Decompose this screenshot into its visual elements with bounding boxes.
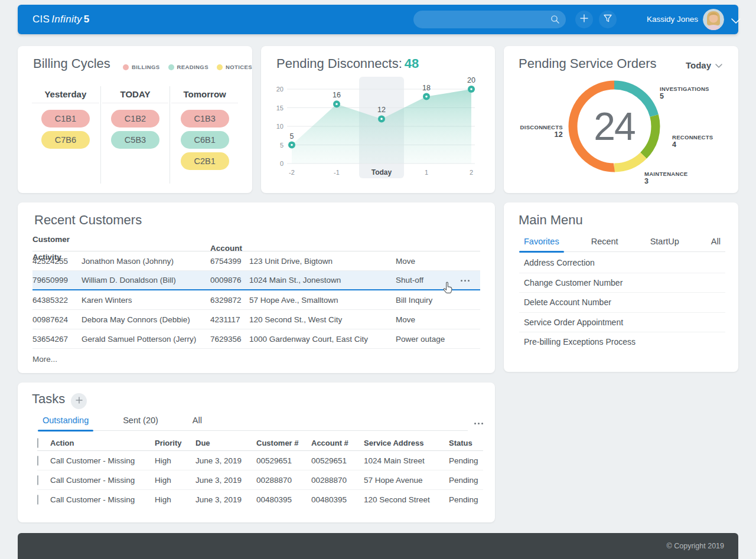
task-action: Call Customer - Missing (50, 495, 155, 504)
menu-tab-startup[interactable]: StartUp (646, 237, 684, 251)
task-customer: 00480395 (256, 495, 311, 504)
recent-customers-table: CustomerAccountActivity42524255Jonathon … (32, 235, 480, 349)
avatar[interactable] (703, 9, 724, 30)
pending-disconnects-title: Pending Disconnects: (276, 56, 402, 71)
more-link[interactable]: More... (32, 355, 57, 364)
task-status: Pending (449, 495, 483, 504)
billing-cycles-title: Billing Cycles (33, 56, 110, 71)
app-logo[interactable]: CISInfinity5 (32, 5, 90, 34)
customer-name: Jonathon Mason (Johnny) (82, 257, 210, 266)
label-disconnects: DISCONNECTS 12 (509, 123, 563, 139)
service-orders-card: Pending Service Orders Today 24 INVESTIG… (504, 46, 738, 193)
cycle-pill-C6B1[interactable]: C6B1 (181, 131, 229, 149)
tasks-table: ActionPriorityDueCustomer #Account #Serv… (37, 436, 483, 509)
customer-row[interactable]: 64385322Karen Winters632987257 Hope Ave.… (32, 290, 480, 310)
task-row[interactable]: Call Customer - MissingHighJune 3, 20190… (37, 490, 483, 509)
cycle-pill-C2B1[interactable]: C2B1 (181, 152, 229, 170)
task-address: 120 Second Street (364, 495, 449, 504)
billing-column: YesterdayC1B1C7B6 (31, 86, 100, 184)
cycle-pill-C7B6[interactable]: C7B6 (41, 131, 90, 149)
menu-item[interactable]: Delete Account Number (519, 293, 725, 313)
menu-item[interactable]: Pre-billing Exceptions Process (519, 332, 725, 352)
customer-activity: Move (396, 257, 480, 266)
tasks-title: Tasks (32, 391, 65, 407)
tasks-card: Tasks OutstandingSent (20)All ActionPrio… (18, 383, 495, 522)
svg-text:Today: Today (372, 168, 392, 176)
customer-row[interactable]: 79650999William D. Donaldson (Bill)00098… (32, 271, 480, 290)
customer-name: William D. Donaldson (Bill) (82, 276, 210, 285)
billing-columns: YesterdayC1B1C7B6TODAYC1B2C5B3TomorrowC1… (31, 86, 239, 184)
task-checkbox[interactable] (37, 475, 38, 485)
menu-tab-all[interactable]: All (706, 237, 725, 251)
task-row[interactable]: Call Customer - MissingHighJune 3, 20190… (37, 451, 483, 470)
customer-id: 64385322 (32, 296, 82, 305)
cycle-pill-C1B3[interactable]: C1B3 (181, 110, 229, 128)
svg-text:1: 1 (425, 169, 428, 176)
pending-disconnects-count: 48 (405, 56, 419, 71)
user-name[interactable]: Kassidy Jones (627, 5, 698, 34)
task-customer: 00288870 (256, 476, 311, 485)
service-orders-donut: 24 (567, 79, 662, 174)
row-overflow-menu[interactable] (461, 280, 470, 282)
task-tab-sent-20-[interactable]: Sent (20) (118, 416, 163, 430)
task-priority: High (155, 456, 195, 465)
search-input[interactable] (413, 11, 566, 28)
legend-item-billings: BILLINGS (123, 64, 160, 70)
customer-account: 7629356 (210, 335, 249, 344)
task-tab-all[interactable]: All (188, 416, 207, 430)
task-account: 00529651 (311, 456, 364, 465)
footer: © Copyright 2019 (18, 533, 738, 559)
brand-five: 5 (84, 14, 90, 25)
task-row[interactable]: Call Customer - MissingHighJune 3, 20190… (37, 470, 483, 490)
add-button[interactable] (575, 11, 593, 28)
main-menu-tabs: FavoritesRecentStartUpAll (519, 237, 725, 252)
label-reconnects: RECONNECTS 4 (672, 133, 713, 149)
select-all-checkbox[interactable] (37, 438, 38, 448)
customer-row[interactable]: 53654267Gerald Samuel Potterson (Jerry)7… (32, 329, 480, 349)
legend-dot-readings (168, 64, 174, 70)
cycle-pill-C1B1[interactable]: C1B1 (41, 110, 90, 128)
task-checkbox[interactable] (37, 495, 38, 505)
customer-activity: Move (396, 315, 480, 324)
billing-column-label: Tomorrow (171, 86, 238, 103)
add-task-button[interactable] (71, 393, 87, 409)
billing-cycles-card: Billing Cycles BILLINGSREADINGSNOTICES Y… (18, 46, 252, 193)
svg-text:-2: -2 (289, 169, 295, 176)
customer-row[interactable]: 42524255Jonathon Mason (Johnny)675439912… (32, 251, 480, 271)
legend-item-notices: NOTICES (217, 64, 252, 70)
billing-column-label: Yesterday (32, 86, 99, 103)
customer-row[interactable]: 00987624Debora May Connors (Debbie)42311… (32, 310, 480, 329)
tasks-header: ActionPriorityDueCustomer #Account #Serv… (37, 436, 483, 451)
billing-column: TomorrowC1B3C6B1C2B1 (170, 86, 239, 184)
filter-button[interactable] (599, 11, 617, 28)
menu-item[interactable]: Change Customer Number (519, 273, 725, 293)
tasks-tabs: OutstandingSent (20)All (38, 416, 468, 431)
service-orders-total: 24 (567, 79, 662, 174)
task-due: June 3, 2019 (195, 476, 256, 485)
customer-name: Karen Winters (82, 296, 210, 305)
task-priority: High (155, 476, 195, 485)
cycle-pill-C5B3[interactable]: C5B3 (111, 131, 159, 149)
label-maintenance: MAINTENANCE 3 (644, 170, 688, 185)
legend-dot-billings (123, 64, 129, 70)
task-address: 57 Hope Avenue (364, 476, 449, 485)
svg-text:18: 18 (422, 84, 431, 92)
orders-period-label: Today (686, 60, 711, 70)
menu-item[interactable]: Address Correction (519, 253, 725, 273)
billing-legend: BILLINGSREADINGSNOTICES (123, 64, 252, 70)
menu-item[interactable]: Service Order Appointment (519, 313, 725, 333)
task-tab-outstanding[interactable]: Outstanding (38, 416, 93, 430)
task-account: 00288870 (311, 476, 364, 485)
svg-text:20: 20 (276, 86, 284, 93)
orders-period-dropdown[interactable]: Today (686, 60, 723, 70)
cycle-pill-C1B2[interactable]: C1B2 (111, 110, 159, 128)
tasks-overflow-menu[interactable] (474, 423, 483, 424)
user-menu-chevron-icon[interactable] (730, 17, 742, 27)
customer-address: 1024 Main St., Jonestown (249, 276, 396, 285)
menu-tab-favorites[interactable]: Favorites (519, 237, 564, 251)
menu-tab-recent[interactable]: Recent (586, 237, 623, 251)
task-checkbox[interactable] (37, 456, 38, 466)
task-due: June 3, 2019 (195, 456, 256, 465)
service-orders-title: Pending Service Orders (519, 56, 657, 71)
main-menu-list: Address CorrectionChange Customer Number… (519, 253, 725, 352)
